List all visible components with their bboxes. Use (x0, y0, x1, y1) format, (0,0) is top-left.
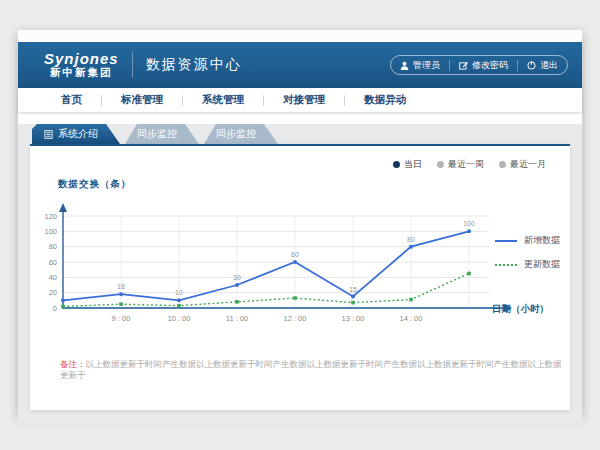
footnote-text: 以上数据更新于时间产生数据以上数据更新于时间产生数据以上数据更新于时间产生数据以… (60, 359, 562, 380)
tab-system-intro[interactable]: 系统介绍 (32, 124, 120, 144)
app-window: Synjones 新中新集团 数据资源中心 管理员 修改密码 (18, 30, 582, 416)
nav-item-data-change[interactable]: 数据异动 (345, 93, 425, 107)
dotted-line-swatch-icon (495, 264, 517, 266)
svg-text:9 : 00: 9 : 00 (112, 314, 131, 323)
admin-user-label: 管理员 (413, 59, 440, 72)
filter-label: 最近一周 (448, 158, 484, 171)
nav-item-home[interactable]: 首页 (42, 93, 101, 107)
svg-text:60: 60 (49, 258, 57, 267)
header-divider (132, 52, 133, 78)
brand-logo-en: Synjones (44, 51, 119, 68)
range-filters: 当日 最近一周 最近一月 (393, 158, 546, 171)
window-top-strip (18, 30, 582, 42)
radio-dot-icon (437, 161, 444, 168)
tab-label: 同步监控 (137, 124, 177, 144)
logout-button[interactable]: 退出 (518, 59, 567, 72)
legend-label: 更新数据 (524, 258, 560, 271)
filter-label: 最近一月 (510, 158, 546, 171)
radio-dot-icon (499, 161, 506, 168)
power-icon (527, 61, 536, 70)
solid-line-swatch-icon (495, 240, 517, 242)
radio-dot-icon (393, 161, 400, 168)
svg-text:80: 80 (407, 236, 415, 243)
document-icon (44, 130, 53, 139)
svg-text:40: 40 (49, 273, 57, 282)
nav-item-interface-mgmt[interactable]: 对接管理 (264, 93, 344, 107)
filter-last-month[interactable]: 最近一月 (499, 158, 546, 171)
edit-icon (459, 61, 468, 70)
filter-label: 当日 (404, 158, 422, 171)
footnote-prefix: 备注： (60, 359, 86, 369)
line-chart: 0204060801001209 : 0010 : 0011 : 0012 : … (40, 174, 520, 334)
monitor-panel: 系统介绍 同步监控 同步监控 当日 最近一周 (30, 124, 570, 410)
panel-tabs: 系统介绍 同步监控 同步监控 (32, 124, 570, 144)
svg-text:18: 18 (117, 283, 125, 290)
footnote: 备注：以上数据更新于时间产生数据以上数据更新于时间产生数据以上数据更新于时间产生… (60, 359, 565, 381)
svg-text:10: 10 (175, 289, 183, 296)
main-nav: 首页 标准管理 系统管理 对接管理 数据异动 (18, 88, 582, 112)
tab-sync-monitor-1[interactable]: 同步监控 (125, 124, 199, 144)
legend-item-new-data: 新增数据 (495, 234, 560, 247)
svg-text:100: 100 (44, 227, 57, 236)
nav-item-system-mgmt[interactable]: 系统管理 (183, 93, 263, 107)
content-area: 系统介绍 同步监控 同步监控 当日 最近一周 (18, 124, 582, 428)
page-title: 数据资源中心 (146, 56, 242, 74)
legend-item-update-data: 更新数据 (495, 258, 560, 271)
nav-item-standard-mgmt[interactable]: 标准管理 (102, 93, 182, 107)
logout-label: 退出 (540, 59, 558, 72)
app-header: Synjones 新中新集团 数据资源中心 管理员 修改密码 (18, 42, 582, 88)
chart-panel: 当日 最近一周 最近一月 数据交换（条） 0204060801001209 : … (30, 144, 570, 410)
tab-sync-monitor-2[interactable]: 同步监控 (204, 124, 278, 144)
legend-label: 新增数据 (524, 234, 560, 247)
user-icon (400, 61, 409, 70)
tab-label: 同步监控 (216, 124, 256, 144)
admin-user-button[interactable]: 管理员 (391, 59, 449, 72)
svg-text:100: 100 (463, 220, 475, 227)
svg-text:120: 120 (44, 212, 57, 221)
svg-text:14 : 00: 14 : 00 (400, 314, 423, 323)
svg-text:11 : 00: 11 : 00 (226, 314, 248, 323)
svg-text:13 : 00: 13 : 00 (342, 314, 365, 323)
filter-today[interactable]: 当日 (393, 158, 422, 171)
brand-logo: Synjones 新中新集团 (44, 51, 119, 79)
tab-label: 系统介绍 (58, 124, 98, 144)
user-toolbar: 管理员 修改密码 退出 (390, 55, 568, 75)
svg-text:60: 60 (291, 251, 299, 258)
svg-text:15: 15 (349, 286, 357, 293)
filter-last-week[interactable]: 最近一周 (437, 158, 484, 171)
x-axis-title: 日期（小时） (492, 303, 549, 316)
change-password-button[interactable]: 修改密码 (450, 59, 517, 72)
svg-text:0: 0 (53, 304, 57, 313)
svg-text:10 : 00: 10 : 00 (168, 314, 191, 323)
brand-logo-cn: 新中新集团 (44, 67, 119, 79)
chart-legend: 新增数据 更新数据 (495, 234, 560, 282)
svg-text:12 : 00: 12 : 00 (284, 314, 307, 323)
svg-text:80: 80 (49, 242, 57, 251)
svg-text:20: 20 (49, 288, 57, 297)
change-password-label: 修改密码 (472, 59, 508, 72)
svg-text:30: 30 (233, 274, 241, 281)
